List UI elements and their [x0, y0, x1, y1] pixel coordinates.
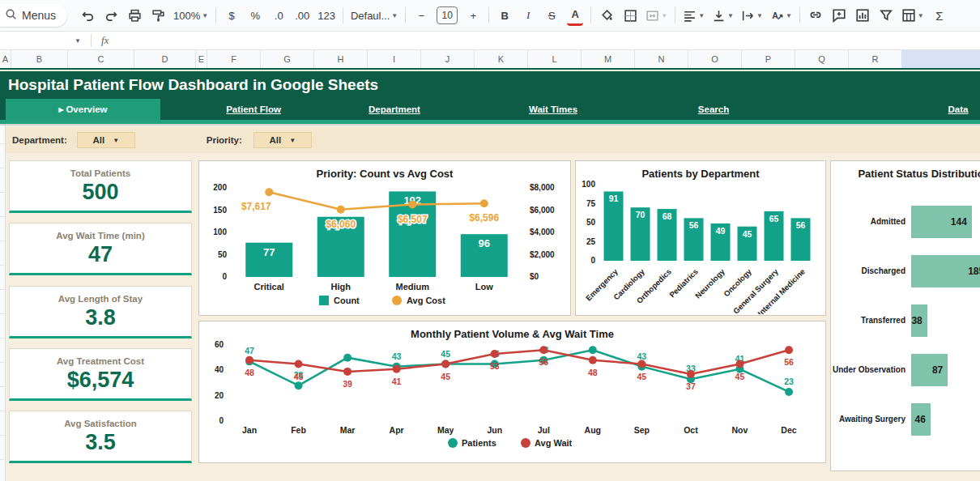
strikethrough-button[interactable]: S [543, 5, 560, 26]
priority-chart-panel[interactable]: Priority: Count vs Avg Cost 050100150200… [198, 160, 571, 316]
font-size-input[interactable]: 10 [437, 6, 458, 24]
column-header-C[interactable]: C [68, 50, 134, 68]
status-row-discharged: Discharged185 [831, 246, 980, 296]
svg-text:Feb: Feb [291, 425, 306, 435]
text-color-button[interactable]: A [567, 5, 583, 26]
kpi-value: 3.5 [10, 430, 191, 455]
column-header-J[interactable]: J [421, 50, 475, 68]
kpi-label: Avg Satisfaction [10, 419, 191, 428]
column-header-R[interactable]: R [849, 50, 902, 68]
name-box[interactable]: ▼ [0, 32, 87, 49]
insert-chart-icon[interactable] [854, 5, 871, 26]
tab-department[interactable]: Department [364, 99, 425, 120]
tab-overview[interactable]: ▸ Overview [6, 99, 160, 120]
row-header-strip [0, 120, 6, 481]
tab-patient-flow[interactable]: Patient Flow [221, 99, 286, 120]
column-header-G[interactable]: G [261, 50, 314, 68]
column-header-A[interactable]: A [0, 50, 11, 68]
italic-button[interactable]: I [520, 5, 536, 26]
status-label: Awaiting Surgery [831, 415, 905, 424]
column-header-F[interactable]: F [207, 50, 261, 68]
number-format-button[interactable]: 123 [317, 5, 335, 26]
department-filter-label: Department: [12, 135, 67, 145]
menus-label: Menus [22, 9, 56, 22]
bold-button[interactable]: B [496, 5, 513, 26]
svg-text:37: 37 [686, 381, 696, 391]
tab-wait-times[interactable]: Wait Times [524, 99, 582, 120]
menus-button[interactable]: Menus [0, 4, 67, 27]
column-header-L[interactable]: L [528, 50, 582, 68]
department-filter-dropdown[interactable]: All▼ [77, 132, 135, 148]
column-header-Q[interactable]: Q [795, 50, 849, 68]
svg-text:Nov: Nov [732, 425, 748, 435]
filter-icon[interactable] [878, 5, 894, 26]
svg-text:May: May [437, 425, 454, 435]
svg-text:$8,000: $8,000 [530, 183, 555, 192]
filter-views-icon[interactable]: ▼ [901, 5, 924, 26]
svg-text:50: 50 [218, 250, 228, 259]
formula-input[interactable] [122, 32, 980, 49]
monthly-chart-panel[interactable]: Monthly Patient Volume & Avg Wait Time 0… [198, 321, 826, 463]
column-header-B[interactable]: B [11, 50, 68, 68]
undo-button[interactable] [79, 5, 96, 26]
column-header-I[interactable]: I [368, 50, 421, 68]
borders-icon[interactable] [622, 5, 638, 26]
tab-search[interactable]: Search [693, 99, 734, 120]
insert-comment-icon[interactable] [831, 5, 847, 26]
tab-data[interactable]: Data [944, 99, 974, 120]
tab-bar: ▸ OverviewPatient FlowDepartmentWait Tim… [0, 99, 980, 120]
increase-font-size-button[interactable]: + [465, 5, 481, 26]
redo-button[interactable] [103, 5, 119, 26]
column-header-E[interactable]: E [196, 50, 207, 68]
column-header-H[interactable]: H [314, 50, 368, 68]
svg-text:41: 41 [392, 377, 402, 386]
column-header-P[interactable]: P [742, 50, 795, 68]
column-header-K[interactable]: K [475, 50, 528, 68]
kpi-value: 500 [10, 180, 191, 205]
kpi-label: Total Patients [10, 168, 191, 178]
decrease-decimal-button[interactable]: .0 [271, 5, 287, 26]
formula-bar: ▼ fx [0, 31, 980, 50]
functions-button[interactable]: Σ [931, 5, 948, 26]
svg-text:Dec: Dec [781, 425, 796, 435]
column-header-N[interactable]: N [635, 50, 688, 68]
decrease-font-size-button[interactable]: − [413, 5, 429, 26]
svg-text:96: 96 [479, 237, 490, 249]
svg-text:Sep: Sep [634, 425, 650, 435]
status-row-awaiting-surgery: Awaiting Surgery46 [831, 394, 980, 444]
svg-text:50: 50 [586, 218, 596, 227]
column-header-O[interactable]: O [688, 50, 742, 68]
svg-text:$6,060: $6,060 [326, 219, 356, 230]
svg-text:$7,617: $7,617 [241, 201, 271, 212]
kpi-value: $6,574 [10, 368, 191, 393]
filter-row: Department: All▼ Priority: All▼ [6, 127, 980, 153]
svg-text:Aug: Aug [585, 425, 601, 435]
font-select[interactable]: Defaul...▼ [351, 5, 398, 26]
merge-cells-icon[interactable]: ▼ [646, 5, 667, 26]
status-chart-panel[interactable]: Patient Status Distribution Admitted144D… [830, 160, 980, 471]
vertical-align-icon[interactable]: ▼ [712, 5, 734, 26]
column-header-M[interactable]: M [582, 50, 635, 68]
format-percent-button[interactable]: % [247, 5, 263, 26]
zoom-select[interactable]: 100%▼ [173, 5, 208, 26]
status-label: Transferred [831, 316, 905, 325]
text-wrap-icon[interactable]: ▼ [741, 5, 763, 26]
status-bar: 185 [911, 255, 980, 287]
insert-link-icon[interactable] [807, 5, 824, 26]
column-header-D[interactable]: D [134, 50, 196, 68]
svg-text:70: 70 [636, 210, 646, 219]
paint-format-icon[interactable] [150, 5, 166, 26]
format-currency-button[interactable]: $ [224, 5, 240, 26]
priority-filter-dropdown[interactable]: All▼ [254, 132, 312, 148]
print-icon[interactable] [126, 5, 143, 26]
kpi-label: Avg Wait Time (min) [10, 231, 191, 240]
text-rotation-icon[interactable]: A ▼ [770, 5, 792, 26]
increase-decimal-button[interactable]: .00 [294, 5, 310, 26]
svg-text:47: 47 [245, 346, 254, 355]
kpi-label: Avg Length of Stay [10, 294, 191, 304]
svg-text:56: 56 [689, 220, 699, 230]
fill-color-icon[interactable] [599, 5, 615, 26]
department-chart-panel[interactable]: Patients by Department 025507510091Emerg… [575, 160, 826, 316]
svg-text:100: 100 [582, 180, 595, 189]
horizontal-align-icon[interactable]: ▼ [683, 5, 705, 26]
